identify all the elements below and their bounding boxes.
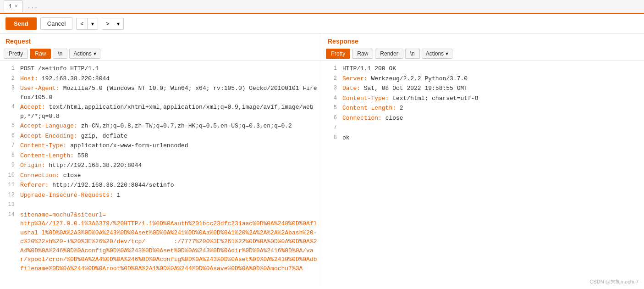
line-text: Accept: text/html,application/xhtml+xml,…	[20, 103, 318, 121]
nav-forward-group: > ▾	[102, 18, 124, 30]
line-text: Content-Length: 2	[342, 104, 640, 113]
response-tab-raw[interactable]: Raw	[352, 49, 373, 59]
line-text: Origin: http://192.168.38.220:8044	[20, 161, 318, 170]
line-number: 3	[326, 84, 337, 92]
line-text: Connection: close	[20, 171, 318, 180]
line-text: User-Agent: Mozilla/5.0 (Windows NT 10.0…	[20, 84, 318, 102]
line-number: 7	[4, 141, 15, 150]
line: 8Content-Length: 558	[0, 151, 322, 161]
response-tab-pretty[interactable]: Pretty	[326, 49, 350, 59]
line: 6Connection: close	[322, 113, 644, 123]
cancel-button[interactable]: Cancel	[40, 17, 72, 30]
line-text: Server: Werkzeug/2.2.2 Python/3.7.0	[342, 74, 640, 83]
line-text: Content-Type: application/x-www-form-url…	[20, 141, 318, 150]
line: 7Content-Type: application/x-www-form-ur…	[0, 141, 322, 151]
request-toolbar: Pretty Raw \n Actions ▾	[0, 47, 322, 61]
line: 6Accept-Encoding: gzip, deflate	[0, 131, 322, 141]
line-text: Referer: http://192.168.38.220:8044/seti…	[20, 181, 318, 190]
response-actions-arrow-icon: ▾	[446, 50, 448, 57]
line-number: 1	[4, 64, 15, 72]
request-actions-arrow-icon: ▾	[94, 50, 96, 57]
line: 10Connection: close	[0, 171, 322, 181]
response-toolbar: Pretty Raw Render \n Actions ▾	[322, 47, 644, 61]
panels: Request Pretty Raw \n Actions ▾ 1POST /s…	[0, 34, 644, 286]
line: 14sitename=mochu7&siteurl= http%3A//127.…	[0, 210, 322, 274]
request-panel: Request Pretty Raw \n Actions ▾ 1POST /s…	[0, 34, 322, 286]
tab-1[interactable]: 1 ×	[4, 0, 22, 12]
tab-bar: 1 × ...	[0, 0, 644, 14]
line-number: 14	[4, 211, 15, 219]
request-title: Request	[0, 34, 322, 47]
tab-close-icon[interactable]: ×	[15, 4, 17, 9]
request-tab-pretty[interactable]: Pretty	[4, 49, 28, 59]
line-number: 8	[326, 133, 337, 142]
line-text: POST /setinfo HTTP/1.1	[20, 64, 318, 73]
watermark: CSDN @末初mochu7	[589, 278, 638, 285]
line-text: Accept-Language: zh-CN,zh;q=0.8,zh-TW;q=…	[20, 122, 318, 131]
nav-forward-dropdown-button[interactable]: ▾	[113, 18, 123, 29]
line-text: Date: Sat, 08 Oct 2022 19:58:55 GMT	[342, 84, 640, 93]
response-tab-render[interactable]: Render	[375, 49, 403, 59]
line-text: Host: 192.168.38.220:8044	[20, 74, 318, 83]
line-number: 13	[4, 200, 15, 209]
nav-back-button[interactable]: <	[77, 18, 88, 29]
line-text: Accept-Encoding: gzip, deflate	[20, 132, 318, 141]
line-number: 6	[326, 114, 337, 122]
line-text: ok	[342, 133, 640, 143]
response-tab-newline[interactable]: \n	[405, 49, 420, 59]
line: 2Host: 192.168.38.220:8044	[0, 74, 322, 84]
request-content[interactable]: 1POST /setinfo HTTP/1.12Host: 192.168.38…	[0, 61, 322, 286]
line: 1HTTP/1.1 200 OK	[322, 64, 644, 74]
line-number: 2	[4, 74, 15, 83]
response-tab-actions[interactable]: Actions ▾	[422, 49, 452, 59]
line: 2Server: Werkzeug/2.2.2 Python/3.7.0	[322, 74, 644, 84]
response-content[interactable]: 1HTTP/1.1 200 OK2Server: Werkzeug/2.2.2 …	[322, 61, 644, 286]
response-panel: Response Pretty Raw Render \n Actions ▾ …	[322, 34, 644, 286]
tab-dots: ...	[24, 3, 40, 10]
line-number: 5	[4, 122, 15, 130]
line-number: 8	[4, 151, 15, 160]
line-number: 6	[4, 132, 15, 140]
line-text	[342, 123, 640, 133]
request-actions-label: Actions	[73, 50, 91, 57]
toolbar: Send Cancel < ▾ > ▾	[0, 14, 644, 34]
request-tab-actions[interactable]: Actions ▾	[69, 49, 100, 59]
line-number: 7	[326, 123, 337, 132]
line-number: 5	[326, 104, 337, 112]
response-title: Response	[322, 34, 644, 47]
line-text	[20, 200, 318, 210]
line: 1POST /setinfo HTTP/1.1	[0, 64, 322, 74]
line: 11Referer: http://192.168.38.220:8044/se…	[0, 180, 322, 190]
nav-back-group: < ▾	[76, 18, 98, 30]
line-number: 4	[326, 94, 337, 102]
line-text: Content-Type: text/html; charset=utf-8	[342, 94, 640, 103]
line-number: 11	[4, 181, 15, 189]
line: 5Accept-Language: zh-CN,zh;q=0.8,zh-TW;q…	[0, 121, 322, 131]
request-tab-newline[interactable]: \n	[53, 49, 67, 59]
line: 4Content-Type: text/html; charset=utf-8	[322, 94, 644, 104]
line: 9Origin: http://192.168.38.220:8044	[0, 161, 322, 171]
line: 12Upgrade-Insecure-Requests: 1	[0, 190, 322, 200]
line-number: 12	[4, 191, 15, 199]
line-number: 2	[326, 74, 337, 83]
line: 8ok	[322, 133, 644, 143]
line-number: 4	[4, 103, 15, 111]
line-text: Connection: close	[342, 114, 640, 123]
line: 13	[0, 200, 322, 210]
send-button[interactable]: Send	[6, 17, 37, 30]
line-number: 10	[4, 171, 15, 179]
line-number: 1	[326, 64, 337, 72]
line: 4Accept: text/html,application/xhtml+xml…	[0, 102, 322, 121]
line-text: HTTP/1.1 200 OK	[342, 64, 640, 73]
nav-back-dropdown-button[interactable]: ▾	[88, 18, 98, 29]
nav-forward-button[interactable]: >	[102, 18, 113, 29]
line-text: sitename=mochu7&siteurl= http%3A//127.0.…	[20, 211, 318, 273]
line: 7	[322, 123, 644, 133]
line-text: Upgrade-Insecure-Requests: 1	[20, 191, 318, 200]
line: 3User-Agent: Mozilla/5.0 (Windows NT 10.…	[0, 83, 322, 102]
line-text: Content-Length: 558	[20, 151, 318, 161]
tab-id: 1	[9, 4, 12, 10]
request-tab-raw[interactable]: Raw	[30, 49, 51, 59]
response-actions-label: Actions	[426, 50, 444, 57]
line-number: 9	[4, 161, 15, 169]
